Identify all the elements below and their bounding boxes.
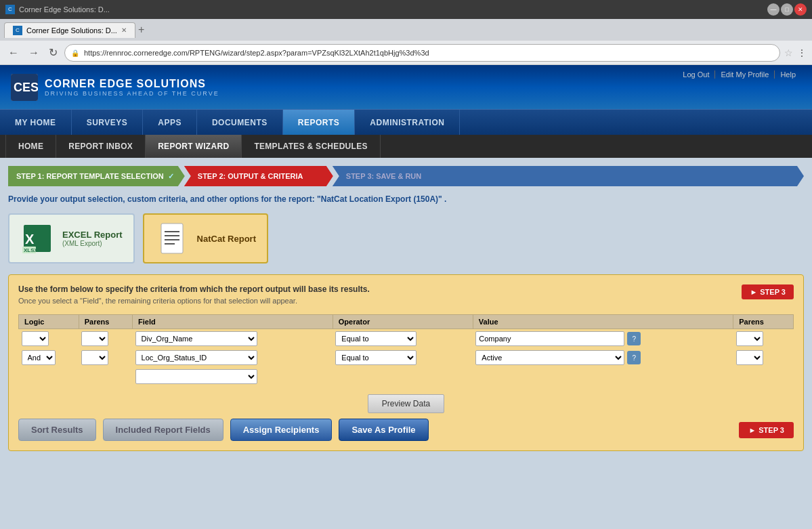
row2-value-select[interactable]: Active <box>475 350 624 365</box>
row3-parens-open-cell <box>79 367 132 386</box>
company-tagline: DRIVING BUSINESS AHEAD OF THE CURVE <box>45 90 219 97</box>
row2-value-cell: Active ? <box>473 348 733 367</box>
row2-field-cell: Loc_Org_Status_ID <box>133 348 333 367</box>
wizard-step3[interactable]: STEP 3: SAVE & RUN <box>333 166 804 186</box>
row1-field-select[interactable]: Div_Org_Name <box>135 331 257 346</box>
back-button[interactable]: ← <box>5 45 22 60</box>
nav-documents[interactable]: DOCUMENTS <box>197 110 283 135</box>
col-parens-close: Parens <box>733 315 794 329</box>
tab-close-button[interactable]: ✕ <box>121 26 127 34</box>
row2-operator-select[interactable]: Equal to <box>335 350 416 365</box>
excel-label: EXCEL Report <box>62 230 123 240</box>
content-area: STEP 1: REPORT TEMPLATE SELECTION ✓ STEP… <box>0 158 812 529</box>
row1-logic-select[interactable] <box>22 331 49 346</box>
assign-recipients-button[interactable]: Assign Recipients <box>230 419 333 441</box>
row1-parens-open-cell <box>79 329 132 349</box>
tab-title: Corner Edge Solutions: D... <box>26 26 117 35</box>
bookmark-icon[interactable]: ☆ <box>784 47 793 58</box>
row3-field-cell <box>133 367 333 386</box>
svg-text:CES: CES <box>14 81 38 94</box>
browser-favicon: C <box>5 5 15 14</box>
report-instruction: Provide your output selection, custom cr… <box>8 194 804 204</box>
row1-field-cell: Div_Org_Name <box>133 329 333 349</box>
new-tab-button[interactable]: + <box>138 24 144 36</box>
report-type-natcat[interactable]: NatCat Report <box>143 213 268 263</box>
step3-label: STEP 3: SAVE & RUN <box>346 172 421 180</box>
row1-parens-open-select[interactable] <box>81 331 108 346</box>
subnav-report-wizard[interactable]: REPORT WIZARD <box>146 135 242 158</box>
sort-results-button[interactable]: Sort Results <box>18 419 96 441</box>
natcat-icon <box>155 221 189 255</box>
natcat-label: NatCat Report <box>197 234 256 244</box>
step2-label: STEP 2: OUTPUT & CRITERIA <box>198 172 303 180</box>
col-field: Field <box>133 315 333 329</box>
step1-label: STEP 1: REPORT TEMPLATE SELECTION <box>16 172 164 180</box>
criteria-table: Logic Parens Field Operator Value Parens <box>18 314 794 386</box>
top-links: Log Out Edit My Profile Help <box>677 70 801 79</box>
col-logic: Logic <box>19 315 79 329</box>
row1-value-cell: ? <box>473 329 733 348</box>
sub-navigation: HOME REPORT INBOX REPORT WIZARD TEMPLATE… <box>0 135 812 158</box>
nav-my-home[interactable]: MY HOME <box>0 110 72 135</box>
row1-help-button[interactable]: ? <box>627 332 641 345</box>
wizard-step1[interactable]: STEP 1: REPORT TEMPLATE SELECTION ✓ <box>8 166 185 186</box>
criteria-instruction: Use the form below to specify the criter… <box>18 284 794 294</box>
excel-label-area: EXCEL Report (XML Export) <box>62 230 123 247</box>
log-out-link[interactable]: Log Out <box>677 70 715 79</box>
criteria-row-2: And Or Loc_Org_Status_ID <box>19 348 794 367</box>
row3-logic-cell <box>19 367 79 386</box>
row2-parens-close-select[interactable] <box>736 350 763 365</box>
refresh-button[interactable]: ↻ <box>46 45 60 60</box>
preview-data-button[interactable]: Preview Data <box>368 394 444 413</box>
step1-check-icon: ✓ <box>168 172 174 181</box>
window-close-button[interactable]: ✕ <box>794 3 807 16</box>
company-name: CORNER EDGE SOLUTIONS <box>45 78 219 90</box>
nav-surveys[interactable]: SURVEYS <box>72 110 144 135</box>
criteria-row-1: Div_Org_Name Equal to ? <box>19 329 794 349</box>
row1-parens-close-select[interactable] <box>736 331 763 346</box>
edit-profile-link[interactable]: Edit My Profile <box>715 70 775 79</box>
help-link[interactable]: Help <box>775 70 801 79</box>
wizard-step2[interactable]: STEP 2: OUTPUT & CRITERIA <box>184 166 333 186</box>
svg-text:X: X <box>25 232 35 247</box>
subnav-home[interactable]: HOME <box>5 135 56 158</box>
subnav-templates-schedules[interactable]: TEMPLATES & SCHEDULES <box>242 135 380 158</box>
row2-parens-open-select[interactable] <box>81 350 108 365</box>
company-logo: CES <box>11 74 38 101</box>
row2-parens-open-cell <box>79 348 132 367</box>
window-minimize-button[interactable]: — <box>767 3 779 16</box>
excel-icon: X XLSX <box>20 221 54 255</box>
row1-logic-cell <box>19 329 79 349</box>
browser-title: Corner Edge Solutions: D... <box>19 5 767 14</box>
natcat-label-area: NatCat Report <box>197 234 256 244</box>
row3-empty-cell <box>333 367 793 386</box>
forward-button[interactable]: → <box>26 45 42 60</box>
window-maximize-button[interactable]: □ <box>781 3 793 16</box>
row1-operator-select[interactable]: Equal to <box>335 331 416 346</box>
address-bar[interactable] <box>64 44 780 62</box>
row2-parens-close-cell <box>733 348 794 367</box>
report-type-excel[interactable]: X XLSX EXCEL Report (XML Export) <box>8 213 135 263</box>
nav-apps[interactable]: APPS <box>143 110 197 135</box>
step3-badge-top: ► STEP 3 <box>742 284 794 299</box>
row3-field-select[interactable] <box>135 369 257 384</box>
row1-operator-cell: Equal to <box>333 329 473 349</box>
company-name-area: CORNER EDGE SOLUTIONS DRIVING BUSINESS A… <box>45 78 219 97</box>
main-navigation: MY HOME SURVEYS APPS DOCUMENTS REPORTS A… <box>0 109 812 135</box>
svg-rect-8 <box>161 224 183 253</box>
row1-value-input[interactable] <box>475 331 624 346</box>
save-as-profile-button[interactable]: Save As Profile <box>339 419 428 441</box>
nav-reports[interactable]: REPORTS <box>283 110 356 135</box>
tab-favicon: C <box>13 26 22 35</box>
row2-help-button[interactable]: ? <box>627 351 641 364</box>
svg-text:XLSX: XLSX <box>24 247 39 253</box>
criteria-sub-instruction: Once you select a "Field", the remaining… <box>18 297 794 305</box>
row2-field-select[interactable]: Loc_Org_Status_ID <box>135 350 257 365</box>
included-report-fields-button[interactable]: Included Report Fields <box>103 419 223 441</box>
row1-parens-close-cell <box>733 329 794 349</box>
browser-menu-icon[interactable]: ⋮ <box>797 47 807 58</box>
browser-tab[interactable]: C Corner Edge Solutions: D... ✕ <box>4 22 135 38</box>
row2-logic-select[interactable]: And Or <box>22 350 56 365</box>
subnav-report-inbox[interactable]: REPORT INBOX <box>56 135 146 158</box>
nav-administration[interactable]: ADMINISTRATION <box>355 110 460 135</box>
